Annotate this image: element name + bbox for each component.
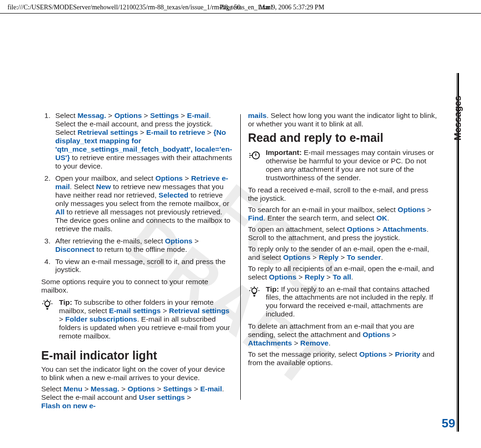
important-block: Important: E-mail messages may contain v… [248, 148, 440, 182]
tip-text: Tip: If you reply to an e-mail that cont… [266, 285, 440, 319]
list-item: To view an e-mail message, scroll to it,… [52, 257, 233, 274]
list-item: Open your mailbox, and select Options > … [52, 174, 233, 233]
important-icon [248, 149, 260, 162]
page-number: 59 [442, 416, 455, 431]
lightbulb-icon [41, 299, 53, 311]
list-item: Select Messag. > Options > Settings > E-… [52, 111, 233, 170]
tip-block: Tip: To subscribe to other folders in yo… [41, 298, 233, 340]
tip-block: Tip: If you reply to an e-mail that cont… [248, 285, 440, 319]
page-root: file:///C:/USERS/MODEServer/mehowell/121… [0, 0, 481, 448]
para-remote-mailbox: Some options require you to connect to y… [41, 278, 233, 294]
side-tab: Messages [443, 73, 455, 408]
page-frame: FCC DRAFT Messages Select Messag. > Opti… [22, 28, 459, 432]
continuation-line: mails. Select how long you want the indi… [248, 111, 440, 128]
para-reply-sender: To reply only to the sender of an e-mail… [248, 245, 440, 262]
page-label: Page 59 [220, 4, 241, 11]
retrieve-steps-list: Select Messag. > Options > Settings > E-… [41, 111, 233, 274]
header-center: Page 59 Mar 9, 2006 5:37:29 PM [220, 4, 325, 11]
svg-point-0 [45, 301, 50, 307]
section-title-read-reply: Read and reply to e-mail [248, 131, 440, 145]
tip-text: Tip: To subscribe to other folders in yo… [59, 298, 233, 340]
svg-point-2 [252, 288, 257, 293]
section-title-indicator-light: E-mail indicator light [41, 349, 233, 362]
para-delete-attachment: To delete an attachment from an e-mail t… [248, 322, 440, 347]
para-open-attachment: To open an attachment, select Options > … [248, 225, 440, 242]
text-columns: Select Messag. > Options > Settings > E-… [41, 111, 439, 409]
header-separator [0, 13, 481, 14]
indicator-light-intro: You can set the indicator light on the c… [41, 365, 233, 382]
browser-header: file:///C:/USERS/MODEServer/mehowell/121… [7, 4, 474, 11]
para-read-email: To read a received e-mail, scroll to the… [248, 186, 440, 203]
list-item: After retrieving the e-mails, select Opt… [52, 237, 233, 254]
right-column: mails. Select how long you want the indi… [246, 111, 440, 409]
lightbulb-icon [248, 286, 260, 298]
para-search-email: To search for an e-mail in your mailbox,… [248, 206, 440, 222]
side-tab-label: Messages [452, 84, 462, 140]
indicator-light-path: Select Menu > Messag. > Options > Settin… [41, 385, 233, 410]
para-priority: To set the message priority, select Opti… [248, 350, 440, 367]
para-reply-all: To reply to all recipients of an e-mail,… [248, 264, 440, 281]
left-column: Select Messag. > Options > Settings > E-… [41, 111, 235, 409]
header-datetime: Mar 9, 2006 5:37:29 PM [259, 4, 325, 11]
column-divider [240, 114, 241, 400]
important-text: Important: E-mail messages may contain v… [266, 148, 440, 182]
